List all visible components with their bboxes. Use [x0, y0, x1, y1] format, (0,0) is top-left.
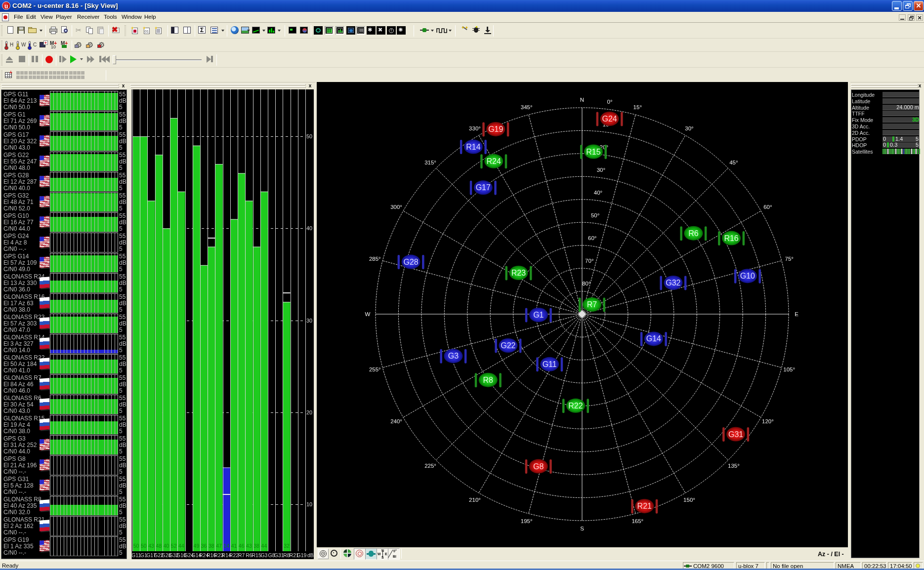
- svg-text:R6: R6: [688, 229, 699, 238]
- svg-text:R16: R16: [724, 234, 738, 243]
- svg-text:49: 49: [194, 543, 200, 549]
- svg-text:50°: 50°: [591, 212, 599, 218]
- svg-text:300°: 300°: [390, 204, 402, 210]
- svg-text:52: 52: [171, 543, 177, 549]
- svg-text:38: 38: [253, 543, 259, 549]
- svg-text:G17: G17: [476, 183, 491, 192]
- svg-text:30: 30: [306, 318, 312, 324]
- svg-text:285°: 285°: [369, 256, 381, 262]
- svg-text:225°: 225°: [424, 463, 436, 469]
- svg-text:G19: G19: [296, 552, 306, 558]
- svg-text:32: 32: [284, 543, 290, 549]
- svg-text:38: 38: [209, 543, 214, 549]
- svg-text:dB: dB: [307, 552, 314, 558]
- svg-text:G31: G31: [728, 430, 743, 439]
- svg-text:50: 50: [141, 543, 147, 549]
- svg-text:210°: 210°: [469, 497, 481, 503]
- svg-text:46: 46: [239, 543, 245, 549]
- svg-text:36: 36: [201, 543, 207, 549]
- svg-text:R15: R15: [252, 552, 261, 558]
- svg-text:30°: 30°: [597, 167, 605, 173]
- svg-text:50: 50: [306, 133, 312, 139]
- svg-text:105°: 105°: [783, 366, 795, 372]
- svg-text:R24: R24: [487, 157, 501, 165]
- svg-text:G11: G11: [132, 552, 141, 558]
- svg-text:G11: G11: [543, 360, 557, 368]
- svg-text:G1: G1: [533, 311, 544, 319]
- svg-text:20: 20: [306, 409, 312, 415]
- svg-text:40: 40: [164, 543, 169, 549]
- svg-text:R15: R15: [586, 148, 600, 156]
- svg-text:14: 14: [223, 543, 229, 549]
- svg-text:R21: R21: [637, 502, 652, 510]
- svg-text:75°: 75°: [785, 256, 794, 262]
- svg-text:W: W: [365, 311, 371, 317]
- svg-text:G22: G22: [501, 341, 515, 350]
- svg-text:R7: R7: [587, 300, 597, 309]
- svg-text:195°: 195°: [521, 518, 533, 524]
- svg-text:44: 44: [178, 543, 184, 549]
- svg-text:44: 44: [261, 543, 267, 549]
- svg-text:G3: G3: [448, 352, 459, 360]
- svg-text:165°: 165°: [631, 518, 643, 524]
- svg-text:30°: 30°: [685, 125, 693, 131]
- svg-text:N: N: [580, 97, 584, 103]
- svg-text:80°: 80°: [582, 281, 590, 286]
- svg-text:240°: 240°: [390, 418, 402, 424]
- svg-text:43: 43: [246, 543, 252, 549]
- svg-text:50: 50: [133, 543, 139, 549]
- svg-text:G24: G24: [602, 115, 617, 123]
- svg-text:120°: 120°: [762, 418, 774, 424]
- svg-text:R22: R22: [229, 552, 239, 558]
- svg-text:150°: 150°: [683, 497, 695, 503]
- svg-text:G28: G28: [403, 258, 418, 266]
- svg-text:60°: 60°: [763, 204, 772, 210]
- svg-text:10: 10: [306, 501, 312, 507]
- svg-text:43: 43: [148, 543, 154, 549]
- svg-text:G8: G8: [533, 462, 544, 471]
- svg-text:G31: G31: [274, 552, 284, 558]
- svg-text:R7: R7: [238, 552, 245, 558]
- svg-text:15°: 15°: [633, 104, 642, 110]
- svg-text:47: 47: [216, 543, 222, 549]
- svg-text:255°: 255°: [369, 366, 381, 372]
- svg-text:60°: 60°: [588, 235, 596, 241]
- svg-text:G3: G3: [260, 552, 267, 558]
- svg-text:40°: 40°: [594, 190, 602, 196]
- svg-text:45°: 45°: [729, 160, 738, 165]
- svg-text:R8: R8: [483, 376, 494, 384]
- svg-text:R22: R22: [568, 402, 583, 410]
- svg-text:40: 40: [306, 225, 312, 231]
- svg-text:0°: 0°: [607, 99, 613, 105]
- svg-text:R23: R23: [511, 269, 526, 277]
- svg-text:70°: 70°: [585, 258, 593, 264]
- svg-text:330°: 330°: [469, 125, 481, 131]
- svg-text:G19: G19: [488, 125, 503, 133]
- svg-text:R14: R14: [466, 143, 480, 151]
- svg-text:G32: G32: [666, 279, 680, 287]
- svg-text:S: S: [580, 526, 584, 531]
- svg-text:315°: 315°: [424, 160, 436, 165]
- svg-text:345°: 345°: [521, 104, 533, 110]
- svg-text:G14: G14: [646, 334, 661, 343]
- svg-text:E: E: [795, 311, 798, 317]
- svg-text:48: 48: [156, 543, 162, 549]
- svg-text:41: 41: [231, 543, 237, 549]
- svg-text:G10: G10: [740, 272, 755, 280]
- svg-text:135°: 135°: [728, 463, 740, 469]
